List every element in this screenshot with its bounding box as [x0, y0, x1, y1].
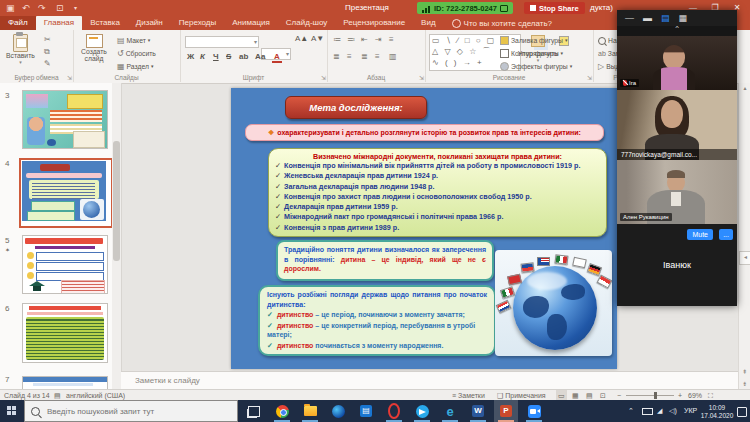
- slide-thumbnail-6[interactable]: [22, 303, 108, 363]
- clipboard-dialog-launcher[interactable]: ⇲: [67, 74, 72, 81]
- slide-thumbnail-5[interactable]: [22, 235, 108, 294]
- qat-customize-icon[interactable]: ▾: [74, 0, 77, 16]
- tab-transitions[interactable]: Переходы: [171, 16, 225, 30]
- word-button[interactable]: W: [466, 400, 490, 422]
- file-explorer-button[interactable]: [298, 400, 322, 422]
- notes-pane[interactable]: Заметки к слайду: [121, 371, 750, 389]
- strikethrough-icon[interactable]: S: [224, 52, 233, 61]
- drawing-dialog-launcher[interactable]: ⇲: [587, 74, 592, 81]
- more-options-button[interactable]: ...: [719, 229, 733, 240]
- volume-icon[interactable]: ◁): [669, 407, 677, 415]
- mute-participant-button[interactable]: Mute: [687, 229, 713, 240]
- collapse-strip-icon[interactable]: ⌃: [617, 26, 737, 36]
- new-slide-button[interactable]: Создать слайд: [77, 34, 111, 62]
- underline-icon[interactable]: Ч: [211, 52, 221, 61]
- tab-home[interactable]: Главная: [36, 16, 82, 30]
- network-icon[interactable]: ◢: [657, 407, 662, 415]
- participant-tile-novideo[interactable]: Mute ... Іванюк: [617, 224, 737, 306]
- thumbnail-scrollbar[interactable]: [112, 83, 121, 389]
- reset-button[interactable]: ↺ Сбросить: [117, 49, 156, 58]
- shape-outline-button[interactable]: Контур фигуры▾: [500, 49, 563, 58]
- next-slide-icon[interactable]: ⇟: [739, 380, 750, 387]
- action-center-icon[interactable]: [737, 407, 747, 417]
- undo-icon[interactable]: ↶: [22, 0, 30, 16]
- gallery-view-icon[interactable]: ▤: [661, 10, 670, 26]
- grow-font-icon[interactable]: А▲: [293, 34, 310, 43]
- scroll-collapse-icon[interactable]: ◂: [739, 251, 750, 265]
- taskbar-search[interactable]: [24, 400, 238, 422]
- zoom-slider[interactable]: [626, 395, 674, 396]
- opera-button[interactable]: [382, 400, 406, 422]
- decrease-indent-icon[interactable]: ⇤: [361, 35, 368, 44]
- thumbnail-scrollbar-thumb[interactable]: [113, 141, 120, 261]
- layout-button[interactable]: ▤ Макет▾: [117, 36, 150, 45]
- scroll-up-icon[interactable]: ▴: [739, 83, 750, 93]
- powerpoint-button-active[interactable]: P: [494, 400, 518, 422]
- childhood-views-box[interactable]: Існують розбіжні погляди держав щодо пит…: [258, 285, 496, 356]
- tab-review[interactable]: Рецензирование: [335, 16, 413, 30]
- columns-icon[interactable]: ▥: [389, 52, 397, 61]
- save-icon[interactable]: ▣: [6, 0, 15, 16]
- slide-thumbnail-4-selected[interactable]: [19, 158, 113, 228]
- keyboard-language[interactable]: УКР: [684, 407, 697, 414]
- increase-indent-icon[interactable]: ⇥: [375, 35, 382, 44]
- slide-thumbnail-7[interactable]: [22, 376, 108, 389]
- change-case-icon[interactable]: Аа: [253, 52, 267, 61]
- align-center-icon[interactable]: ≡: [347, 52, 352, 61]
- paste-button[interactable]: Вставить ▾: [6, 34, 35, 66]
- slide-canvas[interactable]: Мета дослідження: ❖ охарактеризувати і д…: [231, 88, 617, 369]
- font-name-combo[interactable]: ▾: [185, 36, 259, 48]
- cut-icon[interactable]: ✂: [44, 35, 51, 44]
- justify-icon[interactable]: ≡: [375, 52, 380, 61]
- search-input[interactable]: [45, 406, 231, 417]
- shrink-font-icon[interactable]: А▼: [309, 34, 326, 43]
- slide-area-scrollbar[interactable]: ▴ ◂ ⇞ ⇟: [738, 83, 750, 389]
- taskbar-clock[interactable]: 10:09 17.04.2020: [700, 404, 734, 419]
- tab-insert[interactable]: Вставка: [82, 16, 128, 30]
- font-color-icon[interactable]: А: [272, 52, 282, 63]
- task-view-button[interactable]: [242, 400, 266, 422]
- tab-animations[interactable]: Анимация: [224, 16, 278, 30]
- paragraph-dialog-launcher[interactable]: ⇲: [419, 74, 424, 81]
- tab-design[interactable]: Дизайн: [128, 16, 171, 30]
- browser-button[interactable]: [326, 400, 350, 422]
- battery-icon[interactable]: [642, 408, 653, 415]
- stop-share-button[interactable]: Stop Share: [524, 2, 585, 14]
- telegram-button[interactable]: [410, 400, 434, 422]
- tab-view[interactable]: Вид: [413, 16, 443, 30]
- grid-view-icon[interactable]: ▦: [679, 10, 688, 26]
- previous-slide-icon[interactable]: ⇞: [739, 368, 750, 375]
- bold-icon[interactable]: Ж: [185, 52, 196, 61]
- align-left-icon[interactable]: ≣: [333, 52, 340, 61]
- line-spacing-icon[interactable]: ≡: [389, 35, 394, 44]
- zoom-slider-knob[interactable]: [654, 392, 657, 399]
- section-button[interactable]: ▦ Раздел▾: [117, 62, 154, 71]
- redo-icon[interactable]: ↷: [38, 0, 46, 16]
- tab-slideshow[interactable]: Слайд-шоу: [278, 16, 335, 30]
- chrome-button[interactable]: [270, 400, 294, 422]
- participant-video[interactable]: Ален Рукавицин: [617, 160, 737, 224]
- tab-file[interactable]: Файл: [0, 16, 36, 30]
- traditional-definition-box[interactable]: Традиційно поняття дитини визначалося як…: [276, 240, 494, 281]
- start-button[interactable]: [0, 400, 24, 422]
- bullets-icon[interactable]: ≔: [333, 35, 341, 44]
- slide-thumbnail-3[interactable]: [22, 90, 108, 149]
- start-slideshow-icon[interactable]: ⊡: [56, 0, 64, 16]
- minimize-panel-icon[interactable]: —: [625, 10, 634, 26]
- slide-banner[interactable]: ❖ охарактеризувати і детально розглянути…: [245, 124, 604, 141]
- format-painter-icon[interactable]: ✎: [44, 59, 51, 68]
- edge-button[interactable]: e: [438, 400, 462, 422]
- tray-expand-icon[interactable]: ⌃: [628, 407, 634, 415]
- italic-icon[interactable]: К: [198, 52, 207, 61]
- slide-title-box[interactable]: Мета дослідження:: [285, 96, 427, 119]
- participant-video[interactable]: 777novickaya@gmail.co...: [617, 90, 737, 160]
- speaker-view-icon[interactable]: ▬: [643, 10, 652, 26]
- participant-video[interactable]: Ira: [617, 36, 737, 90]
- align-right-icon[interactable]: ≣: [361, 52, 368, 61]
- documents-box[interactable]: Визначено міжнародні документи, покликан…: [268, 148, 607, 237]
- character-spacing-icon[interactable]: ab: [237, 52, 250, 61]
- tell-me-box[interactable]: Что вы хотите сделать?: [444, 17, 560, 30]
- numbering-icon[interactable]: ≕: [347, 35, 355, 44]
- blue-app-button[interactable]: ▤: [354, 400, 378, 422]
- shape-fill-button2[interactable]: Заливка фигуры▾: [500, 36, 567, 45]
